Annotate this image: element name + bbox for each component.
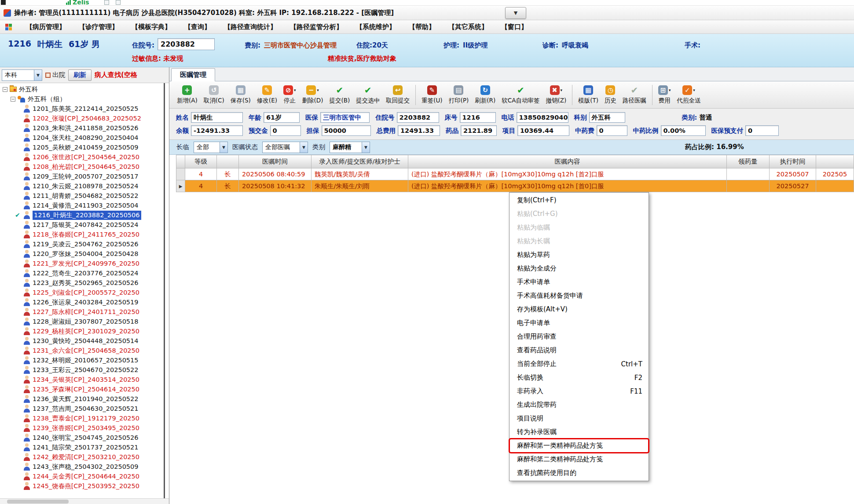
- field-value[interactable]: -12491.33: [191, 125, 243, 136]
- changlin-select[interactable]: 全部 ▼: [194, 142, 228, 153]
- patient-tree-item[interactable]: 1235_茅森琳[CP]_2504614_20250: [0, 384, 169, 394]
- patient-tree-item[interactable]: 1240_张明宝_2504745_20250526: [0, 433, 169, 442]
- patient-tree-item[interactable]: 1237_范吉周_2504630_20250521: [0, 404, 169, 413]
- context-menu-item[interactable]: 项目说明: [509, 412, 649, 425]
- dropdown-caret-icon[interactable]: ▾: [669, 88, 671, 92]
- menu-item[interactable]: 【查询】: [184, 23, 211, 31]
- chevron-down-icon[interactable]: ▼: [362, 142, 370, 153]
- patient-tree-item[interactable]: 1226_张运泉_2403284_20250519: [0, 297, 169, 307]
- patient-tree-item[interactable]: 1206_张世政[CP]_2504564_20250: [0, 152, 169, 162]
- field-value[interactable]: 2203882: [397, 112, 439, 123]
- toolbar-button[interactable]: ▦保存(S): [227, 84, 254, 106]
- patient-tree-item[interactable]: 1204_张天柱_2408290_20250404: [0, 133, 169, 142]
- strip-icon-1[interactable]: [104, 0, 109, 5]
- patient-tree-item[interactable]: 1239_张香姬[CP]_2503495_20250: [0, 423, 169, 433]
- context-menu-item[interactable]: 查看抗菌药使用目的: [509, 466, 649, 480]
- patient-tree-item[interactable]: 1231_余六金[CP]_2504658_20250: [0, 346, 169, 355]
- patient-tree-item[interactable]: 1210_朱云姬_2108978_20250524: [0, 181, 169, 191]
- context-menu-item[interactable]: 粘贴为草药: [509, 248, 649, 262]
- field-value[interactable]: 0.00%: [661, 125, 706, 136]
- context-menu-item[interactable]: 生成出院带药: [509, 398, 649, 412]
- menu-item[interactable]: 【系统维护】: [356, 23, 396, 31]
- dropdown-caret-icon[interactable]: ▾: [561, 88, 563, 92]
- menu-item[interactable]: 【窗口】: [501, 23, 528, 31]
- patient-tree-item[interactable]: 1229_杨桂英[CP]_2301029_20250: [0, 326, 169, 336]
- patient-tree-item[interactable]: 1238_曹泰金[CP]_1912179_20250: [0, 413, 169, 423]
- menu-item[interactable]: 【病历管理】: [26, 23, 66, 31]
- field-value[interactable]: 0: [745, 125, 779, 136]
- patient-tree-item[interactable]: 1234_吴银英[CP]_2403514_20250: [0, 375, 169, 384]
- patient-tree-item[interactable]: 1203_朱和洪_2411858_20250526: [0, 123, 169, 133]
- patient-tree-item[interactable]: 1201_陈美英_2212414_20250525: [0, 104, 169, 113]
- toolbar-button[interactable]: ✔软CA自动审签: [498, 84, 542, 106]
- expander-icon[interactable]: −: [3, 87, 7, 92]
- patient-tree-item[interactable]: 1205_吴秋娇_2410459_20250509: [0, 142, 169, 152]
- menu-item[interactable]: 【路径查询统计】: [224, 23, 277, 31]
- context-menu-item[interactable]: 存为模板(Alt+V): [509, 303, 649, 316]
- patient-tree-item[interactable]: 1223_赵秀英_2502965_20250526: [0, 278, 169, 288]
- admission-no-field[interactable]: 2203882: [158, 38, 215, 50]
- toolbar-button[interactable]: ▦模版(T): [575, 84, 601, 106]
- patient-tree-item[interactable]: 1222_范奇生_2203776_20250524: [0, 268, 169, 278]
- patient-tree-item[interactable]: 1227_陈永樟[CP]_2401711_20250: [0, 307, 169, 317]
- field-value[interactable]: 50000: [322, 125, 371, 136]
- toolbar-button[interactable]: +新增(A): [174, 84, 201, 106]
- patient-tree-item[interactable]: 1208_柏光碧[CP]_2504645_20250: [0, 162, 169, 172]
- toolbar-button[interactable]: ✔提交选中: [353, 84, 383, 106]
- field-value[interactable]: 0: [597, 125, 627, 136]
- strip-icon-2[interactable]: [116, 0, 121, 5]
- table-row[interactable]: 4长20250506 08:40:59魏英凯/魏英凯/吴倩(进口) 盐酸羟考酮缓…: [176, 168, 854, 180]
- toolbar-button[interactable]: ✎重签(U): [418, 84, 445, 106]
- chevron-down-icon[interactable]: ▼: [220, 142, 227, 153]
- toolbar-button[interactable]: ⊞▾费用: [655, 84, 674, 106]
- patient-tree-item[interactable]: 1243_张声稳_2504302_20250509: [0, 462, 169, 471]
- patient-tree-item[interactable]: 1232_林明姬_2010657_20250515: [0, 355, 169, 365]
- expander-icon[interactable]: −: [11, 97, 15, 102]
- field-value[interactable]: 1216: [460, 112, 496, 123]
- context-menu-item[interactable]: 长临切换F2: [509, 371, 649, 384]
- patient-tree-item[interactable]: 1202_张璇[CP]_2504683_2025052: [0, 113, 169, 123]
- patient-tree-item[interactable]: 1245_饶春燕[CP]_2503952_20250: [0, 481, 169, 491]
- patient-tree-item[interactable]: 1211_胡青娇_2504682_20250522: [0, 191, 169, 201]
- patient-tree-item[interactable]: 1214_黄修浩_2411903_20250504: [0, 201, 169, 210]
- menu-item[interactable]: 【路径监管分析】: [290, 23, 343, 31]
- patient-tree-item[interactable]: 1218_张春姬[CP]_2411765_20250: [0, 230, 169, 239]
- menu-item[interactable]: 【帮助】: [409, 23, 435, 31]
- field-value[interactable]: 13850829040: [517, 112, 568, 123]
- menu-item[interactable]: 【诊疗管理】: [79, 23, 118, 31]
- menu-item[interactable]: 【模板字典】: [132, 23, 171, 31]
- refresh-button[interactable]: 刷新: [68, 69, 92, 81]
- tree-root-item[interactable]: − 外五科: [0, 84, 169, 94]
- tree-scrollbar[interactable]: [164, 83, 165, 498]
- menu-grid-icon[interactable]: [5, 24, 12, 30]
- toolbar-button[interactable]: ✎修改(E): [254, 84, 280, 106]
- toolbar-button[interactable]: ⊘▾停止: [280, 84, 299, 106]
- field-value[interactable]: 三明市医管中: [320, 112, 370, 123]
- patient-tree-item[interactable]: 1230_黄快玲_2504448_20250514: [0, 336, 169, 346]
- chevron-down-icon[interactable]: ▼: [300, 142, 308, 153]
- context-menu-item[interactable]: 粘贴为全成分: [509, 262, 649, 275]
- context-menu-item[interactable]: 麻醉和第一类精神药品处方笺: [509, 439, 649, 453]
- toolbar-button[interactable]: ↺取消(C): [201, 84, 227, 106]
- context-menu-item[interactable]: 查看药品说明: [509, 343, 649, 357]
- toolbar-button[interactable]: ✖▾撤销(Z): [542, 84, 569, 106]
- toolbar-button[interactable]: ✔路径医嘱: [619, 84, 649, 106]
- context-menu-item[interactable]: 当前全部停止Ctrl+T: [509, 357, 649, 371]
- toolbar-button[interactable]: ↻刷新(R): [472, 84, 498, 106]
- field-value[interactable]: 外五科: [589, 112, 625, 123]
- context-menu-item[interactable]: 手术申请单: [509, 275, 649, 289]
- patient-tree-item[interactable]: 1225_刘淑金[CP]_2005572_20250: [0, 288, 169, 297]
- context-menu-item[interactable]: 转为补录医嘱: [509, 425, 649, 439]
- chevron-down-icon[interactable]: ▼: [34, 70, 42, 80]
- context-menu-item[interactable]: 手术高值耗材备货申请: [509, 289, 649, 303]
- toolbar-button[interactable]: ▤打印(P): [446, 84, 472, 106]
- tree-hscrollbar[interactable]: [0, 498, 169, 504]
- field-value[interactable]: 2121.89: [461, 125, 497, 136]
- discharge-toggle[interactable]: 出院: [45, 71, 65, 79]
- field-value[interactable]: 叶炳生: [191, 112, 243, 123]
- patient-tree-item[interactable]: 1241_陆宗荣_2501737_20250521: [0, 442, 169, 452]
- dropdown-caret-icon[interactable]: ▾: [317, 88, 319, 92]
- order-type-select[interactable]: 麻醉精 ▼: [330, 142, 370, 153]
- dept-select[interactable]: 本科 ▼: [2, 69, 42, 81]
- patient-tree-item[interactable]: 1236_黄天辉_2101940_20250522: [0, 394, 169, 404]
